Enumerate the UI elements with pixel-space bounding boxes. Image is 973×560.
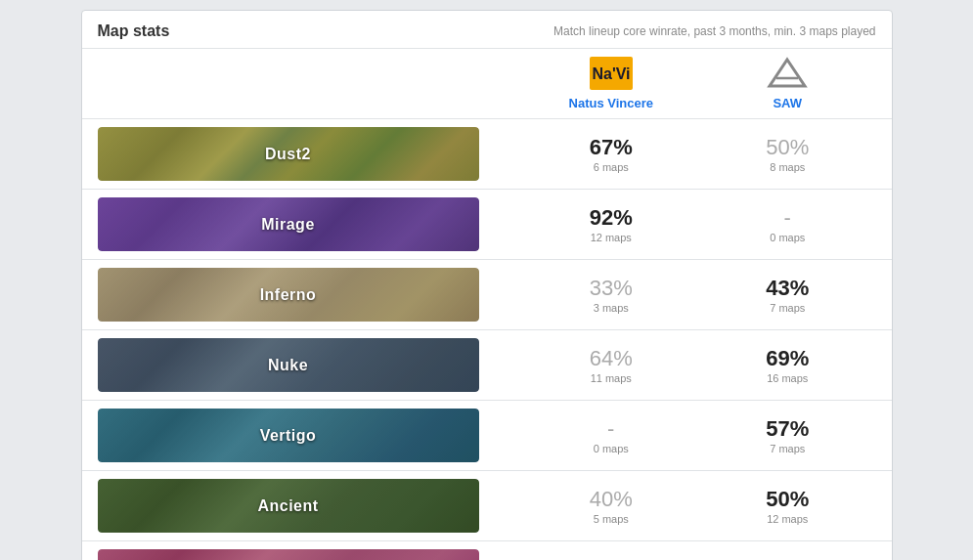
- stat-pct-team1: 92%: [590, 205, 633, 231]
- stat-pct-team1: 64%: [590, 346, 633, 371]
- map-thumbnail-ancient: Ancient: [98, 479, 479, 533]
- stat-pct-team1: 33%: [590, 276, 633, 301]
- navi-logo-icon: Na'Vi: [590, 57, 633, 92]
- stat-col-team1: - 0 maps: [523, 416, 700, 453]
- stat-maps-team2: 16 maps: [767, 372, 808, 384]
- stat-pct-team2: 57%: [766, 416, 809, 442]
- stat-maps-team2: 7 maps: [770, 302, 805, 314]
- stat-col-team1: 33% 3 maps: [523, 276, 700, 313]
- stat-maps-team1: 11 maps: [591, 372, 632, 384]
- map-name-label: Vertigo: [260, 427, 317, 445]
- map-row: Inferno 33% 3 maps 43% 7 maps: [82, 260, 892, 330]
- stat-pct-team1: -: [607, 416, 614, 442]
- map-thumbnail-mirage: Mirage: [98, 197, 479, 251]
- stat-pct-team2: 43%: [766, 276, 809, 301]
- svg-marker-2: [770, 60, 805, 86]
- stat-pct-team2: 69%: [766, 346, 809, 371]
- map-name-label: Dust2: [265, 146, 311, 163]
- stat-col-team2: 69% 16 maps: [699, 346, 876, 383]
- card-header: Map stats Match lineup core winrate, pas…: [82, 11, 892, 49]
- map-row: Vertigo - 0 maps 57% 7 maps: [82, 401, 892, 471]
- stat-maps-team2: 12 maps: [767, 513, 808, 525]
- stat-pct-team1: 40%: [590, 487, 633, 512]
- map-name-label: Mirage: [261, 216, 315, 234]
- stat-maps-team2: 7 maps: [770, 443, 805, 454]
- stat-col-team1: 64% 11 maps: [523, 346, 700, 383]
- map-row: Dust2 67% 6 maps 50% 8 maps: [82, 119, 892, 190]
- map-name-label: Nuke: [268, 357, 308, 374]
- stat-col-team1: 40% 5 maps: [523, 487, 700, 524]
- stat-pct-team2: 50%: [766, 487, 809, 512]
- map-thumbnail-nuke: Nuke: [98, 338, 479, 392]
- stat-col-team2: 50% 8 maps: [699, 135, 876, 172]
- map-row: Nuke 64% 11 maps 69% 16 maps: [82, 330, 892, 401]
- map-thumbnail-inferno: Inferno: [98, 268, 479, 322]
- stat-maps-team2: 8 maps: [770, 161, 805, 173]
- teams-header: Na'Vi Natus Vincere SAW: [82, 49, 892, 119]
- map-row: Ancient 40% 5 maps 50% 12 maps: [82, 471, 892, 541]
- map-stats-card: Map stats Match lineup core winrate, pas…: [81, 10, 893, 560]
- map-row: Mirage 92% 12 maps - 0 maps: [82, 190, 892, 260]
- map-thumbnail-vertigo: Vertigo: [98, 409, 479, 462]
- stat-col-team1: 67% 6 maps: [523, 135, 700, 172]
- stat-col-team2: - 0 maps: [699, 205, 876, 242]
- saw-logo-icon: [766, 57, 809, 92]
- stat-maps-team1: 3 maps: [594, 302, 629, 314]
- stat-col-team1: 92% 12 maps: [523, 205, 700, 242]
- stat-pct-team2: -: [784, 205, 791, 231]
- team-col-saw: SAW: [699, 57, 876, 114]
- card-title: Map stats: [98, 22, 170, 40]
- stat-maps-team1: 0 maps: [594, 443, 629, 454]
- stat-maps-team1: 5 maps: [594, 513, 629, 525]
- map-thumbnail-anubis: Anubis: [98, 549, 479, 560]
- map-name-label: Ancient: [257, 497, 318, 515]
- stat-col-team2: 43% 7 maps: [699, 276, 876, 313]
- map-thumbnail-dust2: Dust2: [98, 127, 479, 181]
- map-table-body: Dust2 67% 6 maps 50% 8 maps Mirage 92% 1…: [82, 119, 892, 560]
- team-col-navi: Na'Vi Natus Vincere: [523, 57, 700, 114]
- card-subtitle: Match lineup core winrate, past 3 months…: [553, 24, 876, 38]
- stat-maps-team2: 0 maps: [770, 232, 805, 243]
- stat-maps-team1: 6 maps: [594, 161, 629, 173]
- map-row: Anubis 60% 5 maps 42% 12 maps: [82, 541, 892, 560]
- map-name-label: Inferno: [260, 286, 317, 304]
- team-name-navi: Natus Vincere: [569, 96, 653, 110]
- stat-pct-team2: 50%: [766, 135, 809, 160]
- team-name-saw: SAW: [773, 96, 802, 110]
- stat-col-team2: 57% 7 maps: [699, 416, 876, 453]
- svg-text:Na'Vi: Na'Vi: [592, 65, 630, 82]
- stat-maps-team1: 12 maps: [591, 232, 632, 243]
- stat-pct-team1: 67%: [590, 135, 633, 160]
- stat-col-team2: 50% 12 maps: [699, 487, 876, 524]
